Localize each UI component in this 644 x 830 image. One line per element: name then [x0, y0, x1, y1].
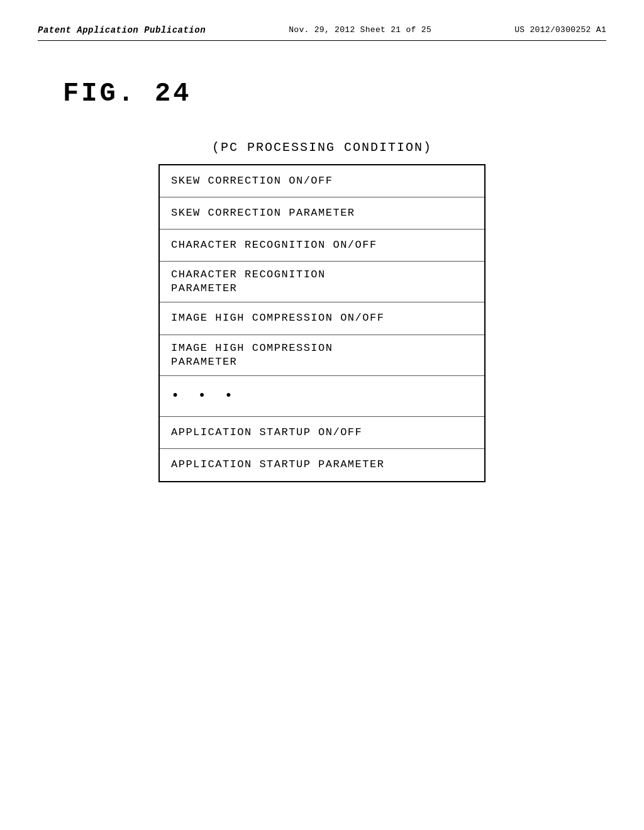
- row-line-0: IMAGE HIGH COMPRESSION: [171, 342, 333, 354]
- header-patent-number: US 2012/0300252 A1: [514, 25, 606, 35]
- figure-label: FIG. 24: [63, 79, 606, 109]
- table-row-image-high-compression-parameter: IMAGE HIGH COMPRESSIONPARAMETER: [160, 335, 484, 376]
- table-row-application-startup-parameter: APPLICATION STARTUP PARAMETER: [160, 449, 484, 480]
- row-line-0: CHARACTER RECOGNITION: [171, 268, 326, 280]
- page-header: Patent Application Publication Nov. 29, …: [38, 25, 606, 41]
- table-row-character-recognition-parameter: CHARACTER RECOGNITIONPARAMETER: [160, 262, 484, 302]
- header-publication-label: Patent Application Publication: [38, 25, 206, 35]
- header-date-sheet: Nov. 29, 2012 Sheet 21 of 25: [289, 25, 431, 35]
- table-row-image-high-compression-onoff: IMAGE HIGH COMPRESSION ON/OFF: [160, 302, 484, 335]
- row-line-1: PARAMETER: [171, 356, 237, 368]
- table-row-dots: • • •: [160, 376, 484, 418]
- diagram-container: (PC PROCESSING CONDITION) SKEW CORRECTIO…: [38, 140, 606, 482]
- table-row-application-startup-onoff: APPLICATION STARTUP ON/OFF: [160, 417, 484, 449]
- table-row-skew-correction-parameter: SKEW CORRECTION PARAMETER: [160, 197, 484, 230]
- table-row-character-recognition-onoff: CHARACTER RECOGNITION ON/OFF: [160, 230, 484, 262]
- table-row-skew-correction-onoff: SKEW CORRECTION ON/OFF: [160, 165, 484, 197]
- diagram-title: (PC PROCESSING CONDITION): [212, 140, 432, 155]
- conditions-table: SKEW CORRECTION ON/OFFSKEW CORRECTION PA…: [158, 164, 486, 482]
- row-line-1: PARAMETER: [171, 282, 237, 294]
- page-container: Patent Application Publication Nov. 29, …: [0, 0, 644, 830]
